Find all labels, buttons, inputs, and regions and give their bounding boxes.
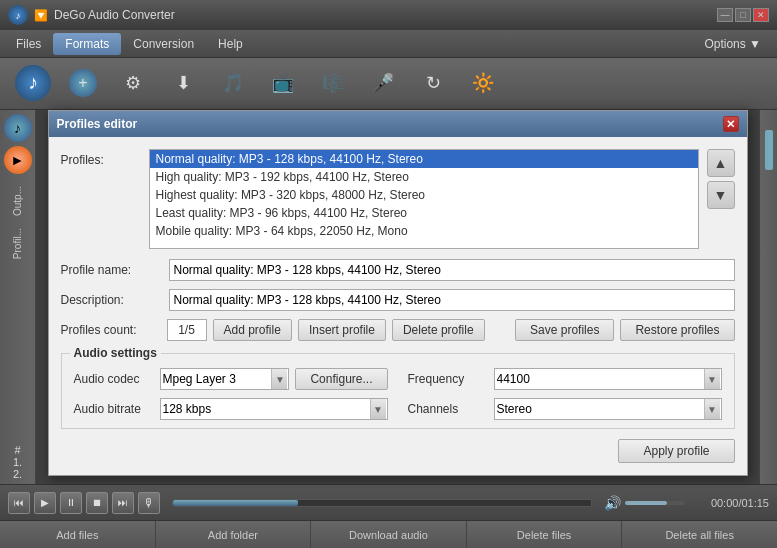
frequency-select-wrapper: 44100 ▼ (494, 368, 722, 390)
toolbar-btn-logo: ♪ (8, 62, 58, 106)
profiles-nav: ▲ ▼ (707, 149, 735, 249)
audio-grid: Audio codec Mpeg Layer 3 ▼ Configure... (74, 368, 722, 420)
main-area: ♪ ► Outp... Profil... # 1. 2. Profiles e… (0, 110, 777, 484)
profile-name-label: Profile name: (61, 263, 161, 277)
delete-all-files-action[interactable]: Delete all files (622, 521, 777, 548)
insert-profile-button[interactable]: Insert profile (298, 319, 386, 341)
convert-icon: ⚙ (119, 69, 147, 97)
description-row: Description: (61, 289, 735, 311)
delete-profile-button[interactable]: Delete profile (392, 319, 485, 341)
pause-button[interactable]: ⏸ (60, 492, 82, 514)
add-folder-action[interactable]: Add folder (156, 521, 312, 548)
toolbar-btn-refresh[interactable]: ↻ (408, 62, 458, 106)
next-button[interactable]: ⏭ (112, 492, 134, 514)
channels-row: Channels Stereo ▼ (408, 398, 722, 420)
profile-list-item[interactable]: High quality: MP3 - 192 kbps, 44100 Hz, … (150, 168, 698, 186)
toolbar-btn-extra[interactable]: 🔆 (458, 62, 508, 106)
profile-list-item[interactable]: Highest quality: MP3 - 320 kbps, 48000 H… (150, 186, 698, 204)
profile-list-item[interactable]: Mobile quality: MP3 - 64 kbps, 22050 Hz,… (150, 222, 698, 240)
menu-files[interactable]: Files (4, 33, 53, 55)
channels-select-wrapper: Stereo ▼ (494, 398, 722, 420)
configure-button[interactable]: Configure... (295, 368, 387, 390)
bitrate-select[interactable]: 128 kbps (160, 398, 388, 420)
add-files-action[interactable]: Add files (0, 521, 156, 548)
profile-name-input[interactable] (169, 259, 735, 281)
frequency-row: Frequency 44100 ▼ (408, 368, 722, 390)
restore-profiles-button[interactable]: Restore profiles (620, 319, 734, 341)
progress-bar-fill (173, 500, 298, 506)
menu-options[interactable]: Options ▼ (692, 33, 773, 55)
apply-profile-button[interactable]: Apply profile (618, 439, 734, 463)
dialog-close-button[interactable]: ✕ (723, 116, 739, 132)
add-profile-button[interactable]: Add profile (213, 319, 292, 341)
playback-controls: ⏮ ▶ ⏸ ⏹ ⏭ 🎙 🔊 00:00/01:15 (0, 484, 777, 520)
profile-name-row: Profile name: (61, 259, 735, 281)
description-label: Description: (61, 293, 161, 307)
save-profiles-button[interactable]: Save profiles (515, 319, 614, 341)
play-button[interactable]: ▶ (34, 492, 56, 514)
profiles-section: Profiles: Normal quality: MP3 - 128 kbps… (61, 149, 735, 249)
right-scroll-handle[interactable] (765, 130, 773, 170)
bottom-action-bar: Add files Add folder Download audio Dele… (0, 520, 777, 548)
output-label: Outp... (12, 186, 23, 216)
profile-down-button[interactable]: ▼ (707, 181, 735, 209)
delete-files-action[interactable]: Delete files (467, 521, 623, 548)
minimize-button[interactable]: — (717, 8, 733, 22)
row-num-1: 1. (13, 456, 22, 468)
row-num-hash: # (13, 444, 22, 456)
profile-list-item[interactable]: Normal quality: MP3 - 128 kbps, 44100 Hz… (150, 150, 698, 168)
toolbar-btn-add[interactable]: + (58, 62, 108, 106)
toolbar-btn-media[interactable]: 📺 (258, 62, 308, 106)
title-bar-left: ♪ 🔽 DeGo Audio Converter (8, 5, 175, 25)
record-button[interactable]: 🎙 (138, 492, 160, 514)
toolbar-btn-record[interactable]: 🎤 (358, 62, 408, 106)
profile-up-button[interactable]: ▲ (707, 149, 735, 177)
profile-list-item[interactable]: Least quality: MP3 - 96 kbps, 44100 Hz, … (150, 204, 698, 222)
sidebar-icon-1: ♪ (4, 114, 32, 142)
toolbar-btn-note[interactable]: 🎼 (308, 62, 358, 106)
menu-formats[interactable]: Formats (53, 33, 121, 55)
codec-label: Audio codec (74, 372, 154, 386)
frequency-label: Frequency (408, 372, 488, 386)
note-icon: 🎼 (319, 69, 347, 97)
settings-icon: 🎵 (219, 69, 247, 97)
volume-area: 🔊 (604, 495, 685, 511)
dialog-body: Profiles: Normal quality: MP3 - 128 kbps… (49, 137, 747, 475)
bitrate-row: Audio bitrate 128 kbps ▼ (74, 398, 388, 420)
app-icon: ♪ (8, 5, 28, 25)
right-sidebar (759, 110, 777, 484)
apply-row: Apply profile (61, 439, 735, 463)
refresh-icon: ↻ (419, 69, 447, 97)
menu-conversion[interactable]: Conversion (121, 33, 206, 55)
prev-button[interactable]: ⏮ (8, 492, 30, 514)
record-icon: 🎤 (369, 69, 397, 97)
channels-label: Channels (408, 402, 488, 416)
toolbar-btn-settings[interactable]: 🎵 (208, 62, 258, 106)
modal-overlay: Profiles editor ✕ Profiles: Normal quali… (36, 110, 759, 484)
stop-button[interactable]: ⏹ (86, 492, 108, 514)
toolbar-btn-download[interactable]: ⬇ (158, 62, 208, 106)
title-bar-title: DeGo Audio Converter (54, 8, 175, 22)
codec-select[interactable]: Mpeg Layer 3 (160, 368, 290, 390)
download-audio-action[interactable]: Download audio (311, 521, 467, 548)
row-num-2: 2. (13, 468, 22, 480)
dialog-title: Profiles editor (57, 117, 138, 131)
progress-bar[interactable] (172, 499, 592, 507)
channels-select[interactable]: Stereo (494, 398, 722, 420)
time-display: 00:00/01:15 (689, 497, 769, 509)
volume-slider[interactable] (625, 501, 685, 505)
close-button[interactable]: ✕ (753, 8, 769, 22)
add-files-icon: + (69, 69, 97, 97)
frequency-select[interactable]: 44100 (494, 368, 722, 390)
description-input[interactable] (169, 289, 735, 311)
profiles-list[interactable]: Normal quality: MP3 - 128 kbps, 44100 Hz… (149, 149, 699, 249)
menu-bar: Files Formats Conversion Help Options ▼ (0, 30, 777, 58)
profiles-count-label: Profiles count: (61, 323, 161, 337)
menu-help[interactable]: Help (206, 33, 255, 55)
toolbar-btn-convert[interactable]: ⚙ (108, 62, 158, 106)
codec-row: Audio codec Mpeg Layer 3 ▼ Configure... (74, 368, 388, 390)
logo-icon: ♪ (15, 65, 51, 101)
volume-icon: 🔊 (604, 495, 621, 511)
bitrate-select-wrapper: 128 kbps ▼ (160, 398, 388, 420)
maximize-button[interactable]: □ (735, 8, 751, 22)
